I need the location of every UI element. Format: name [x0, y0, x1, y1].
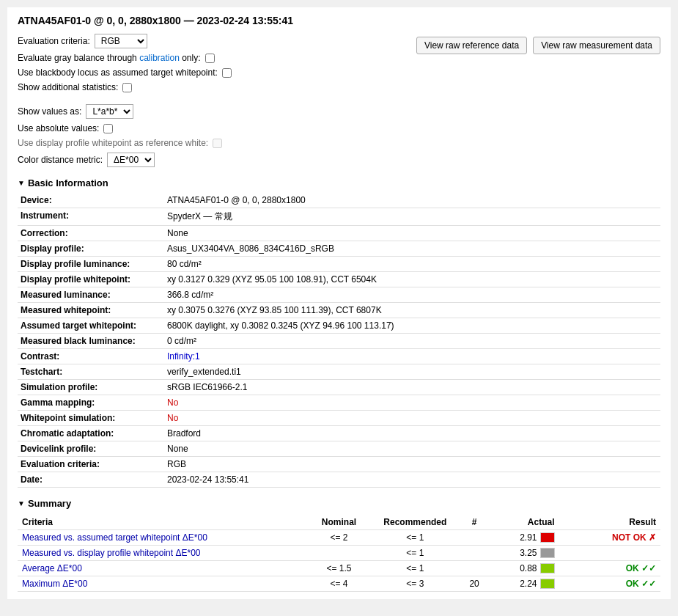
- gray-balance-checkbox[interactable]: [205, 54, 215, 63]
- color-distance-row: Color distance metric: ΔE*00 ΔE*94 ΔE*76: [18, 153, 232, 167]
- summary-recommended: <= 1: [373, 530, 457, 546]
- eval-criteria-row: Evaluation criteria: RGB Custom: [18, 34, 232, 48]
- eval-criteria-select[interactable]: RGB Custom: [95, 34, 147, 48]
- info-label: Measured luminance:: [18, 287, 164, 303]
- summary-actual: 3.25: [491, 546, 559, 561]
- summary-actual: 0.88: [491, 561, 559, 576]
- info-row: Devicelink profile:None: [18, 441, 660, 457]
- actual-color-box: [540, 579, 555, 589]
- absolute-values-checkbox[interactable]: [103, 124, 113, 133]
- summary-nominal: <= 1.5: [305, 561, 372, 576]
- summary-table: Criteria Nominal Recommended # Actual Re…: [18, 515, 660, 592]
- basic-info-title: Basic Information: [28, 177, 108, 188]
- page-title: ATNA45AF01-0 @ 0, 0, 2880x1800 — 2023-02…: [18, 15, 660, 26]
- info-row: Date:2023-02-24 13:55:41: [18, 472, 660, 488]
- summary-criteria: Measured vs. display profile whitepoint …: [18, 546, 305, 561]
- info-label: Measured whitepoint:: [18, 303, 164, 318]
- additional-stats-row: Show additional statistics:: [18, 82, 232, 92]
- summary-result: OK ✓✓: [559, 576, 661, 592]
- info-row: Measured black luminance:0 cd/m²: [18, 334, 660, 349]
- absolute-values-label: Use absolute values:: [18, 123, 99, 133]
- col-header-actual: Actual: [491, 515, 559, 530]
- summary-row: Measured vs. display profile whitepoint …: [18, 546, 660, 561]
- info-row: Testchart:verify_extended.ti1: [18, 364, 660, 380]
- show-values-select[interactable]: L*a*b* XYZ xyY: [86, 104, 133, 119]
- info-row: Simulation profile:sRGB IEC61966-2.1: [18, 380, 660, 395]
- blackbody-checkbox[interactable]: [222, 68, 232, 78]
- info-value: Asus_UX3404VA_8086_834C416D_sRGB: [164, 241, 660, 257]
- info-value: 80 cd/m²: [164, 257, 660, 272]
- display-profile-wp-row: Use display profile whitepoint as refere…: [18, 138, 232, 148]
- actual-color-box: [540, 563, 555, 573]
- actual-color-box: [540, 532, 555, 543]
- info-label: Contrast:: [18, 349, 164, 364]
- info-label: Evaluation criteria:: [18, 457, 164, 472]
- info-value: 366.8 cd/m²: [164, 287, 660, 303]
- info-value: xy 0.3075 0.3276 (XYZ 93.85 100 111.39),…: [164, 303, 660, 318]
- display-profile-wp-label: Use display profile whitepoint as refere…: [18, 138, 208, 148]
- summary-nominal: <= 2: [305, 530, 372, 546]
- summary-recommended: <= 3: [373, 576, 457, 592]
- info-value: No: [164, 411, 660, 426]
- info-label: Display profile:: [18, 241, 164, 257]
- info-label: Measured black luminance:: [18, 334, 164, 349]
- summary-nominal: <= 4: [305, 576, 372, 592]
- color-distance-label: Color distance metric:: [18, 155, 103, 165]
- info-value: No: [164, 395, 660, 411]
- col-header-nominal: Nominal: [305, 515, 372, 530]
- summary-hash: [457, 546, 491, 561]
- info-label: Simulation profile:: [18, 380, 164, 395]
- calibration-link[interactable]: calibration: [139, 53, 180, 63]
- summary-row: Average ΔE*00<= 1.5<= 10.88OK ✓✓: [18, 561, 660, 576]
- actual-color-box: [540, 548, 555, 558]
- top-controls: Evaluation criteria: RGB Custom Evaluate…: [18, 34, 660, 167]
- summary-result: [559, 546, 661, 561]
- display-profile-wp-checkbox[interactable]: [213, 139, 222, 148]
- summary-title: Summary: [28, 498, 71, 509]
- info-row: Measured whitepoint:xy 0.3075 0.3276 (XY…: [18, 303, 660, 318]
- additional-stats-checkbox[interactable]: [122, 83, 132, 92]
- col-header-result: Result: [559, 515, 661, 530]
- info-label: Assumed target whitepoint:: [18, 318, 164, 334]
- info-row: Display profile whitepoint:xy 0.3127 0.3…: [18, 272, 660, 287]
- actual-value: 2.24: [520, 579, 537, 589]
- color-distance-select[interactable]: ΔE*00 ΔE*94 ΔE*76: [107, 153, 155, 167]
- gray-balance-label: Evaluate gray balance through calibratio…: [18, 53, 201, 63]
- view-reference-button[interactable]: View raw reference data: [416, 37, 527, 54]
- right-buttons: View raw reference data View raw measure…: [416, 37, 660, 54]
- info-row: Evaluation criteria:RGB: [18, 457, 660, 472]
- basic-info-table: Device:ATNA45AF01-0 @ 0, 0, 2880x1800Ins…: [18, 193, 660, 488]
- info-value: Infinity:1: [164, 349, 660, 364]
- info-value: None: [164, 441, 660, 457]
- summary-nominal: [305, 546, 372, 561]
- info-row: Assumed target whitepoint:6800K daylight…: [18, 318, 660, 334]
- view-measurement-button[interactable]: View raw measurement data: [533, 37, 660, 54]
- info-value: 6800K daylight, xy 0.3082 0.3245 (XYZ 94…: [164, 318, 660, 334]
- summary-header-row: Criteria Nominal Recommended # Actual Re…: [18, 515, 660, 530]
- col-header-recommended: Recommended: [373, 515, 457, 530]
- summary-row: Measured vs. assumed target whitepoint Δ…: [18, 530, 660, 546]
- basic-info-triangle: ▼: [18, 179, 25, 187]
- summary-criteria: Maximum ΔE*00: [18, 576, 305, 592]
- info-label: Instrument:: [18, 208, 164, 226]
- info-value: 0 cd/m²: [164, 334, 660, 349]
- info-link[interactable]: Infinity:1: [167, 351, 200, 362]
- info-value: xy 0.3127 0.329 (XYZ 95.05 100 108.91), …: [164, 272, 660, 287]
- info-row: Contrast:Infinity:1: [18, 349, 660, 364]
- info-value: ATNA45AF01-0 @ 0, 0, 2880x1800: [164, 193, 660, 208]
- actual-value: 0.88: [520, 563, 537, 573]
- info-label: Display profile whitepoint:: [18, 272, 164, 287]
- info-label: Device:: [18, 193, 164, 208]
- left-controls: Evaluation criteria: RGB Custom Evaluate…: [18, 34, 232, 167]
- info-value: 2023-02-24 13:55:41: [164, 472, 660, 488]
- info-value: Bradford: [164, 426, 660, 441]
- blackbody-label: Use blackbody locus as assumed target wh…: [18, 67, 218, 78]
- info-value: SpyderX — 常规: [164, 208, 660, 226]
- info-label: Whitepoint simulation:: [18, 411, 164, 426]
- info-row: Gamma mapping:No: [18, 395, 660, 411]
- summary-triangle: ▼: [18, 499, 25, 507]
- info-row: Chromatic adaptation:Bradford: [18, 426, 660, 441]
- info-row: Measured luminance:366.8 cd/m²: [18, 287, 660, 303]
- summary-row: Maximum ΔE*00<= 4<= 3202.24OK ✓✓: [18, 576, 660, 592]
- info-label: Devicelink profile:: [18, 441, 164, 457]
